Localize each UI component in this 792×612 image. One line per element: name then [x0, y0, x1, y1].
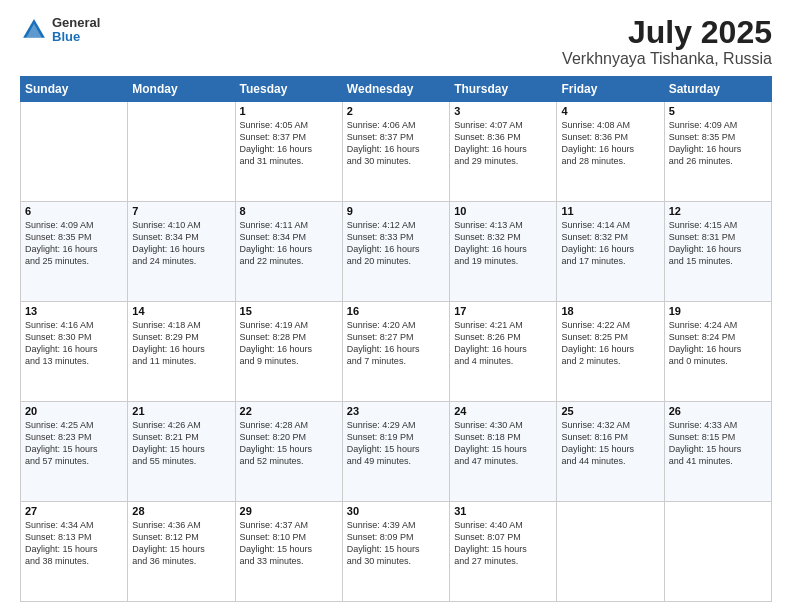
header: General Blue July 2025 Verkhnyaya Tishan…: [20, 16, 772, 68]
calendar-cell: 6Sunrise: 4:09 AM Sunset: 8:35 PM Daylig…: [21, 202, 128, 302]
day-number: 11: [561, 205, 659, 217]
calendar-cell: 14Sunrise: 4:18 AM Sunset: 8:29 PM Dayli…: [128, 302, 235, 402]
day-number: 5: [669, 105, 767, 117]
calendar-cell: 4Sunrise: 4:08 AM Sunset: 8:36 PM Daylig…: [557, 102, 664, 202]
day-info: Sunrise: 4:07 AM Sunset: 8:36 PM Dayligh…: [454, 119, 552, 168]
day-info: Sunrise: 4:18 AM Sunset: 8:29 PM Dayligh…: [132, 319, 230, 368]
day-info: Sunrise: 4:12 AM Sunset: 8:33 PM Dayligh…: [347, 219, 445, 268]
day-number: 1: [240, 105, 338, 117]
day-info: Sunrise: 4:28 AM Sunset: 8:20 PM Dayligh…: [240, 419, 338, 468]
calendar-week-4: 20Sunrise: 4:25 AM Sunset: 8:23 PM Dayli…: [21, 402, 772, 502]
day-info: Sunrise: 4:40 AM Sunset: 8:07 PM Dayligh…: [454, 519, 552, 568]
day-number: 22: [240, 405, 338, 417]
calendar-week-1: 1Sunrise: 4:05 AM Sunset: 8:37 PM Daylig…: [21, 102, 772, 202]
calendar-cell: [664, 502, 771, 602]
calendar-cell: 26Sunrise: 4:33 AM Sunset: 8:15 PM Dayli…: [664, 402, 771, 502]
day-info: Sunrise: 4:06 AM Sunset: 8:37 PM Dayligh…: [347, 119, 445, 168]
calendar-cell: 23Sunrise: 4:29 AM Sunset: 8:19 PM Dayli…: [342, 402, 449, 502]
day-info: Sunrise: 4:34 AM Sunset: 8:13 PM Dayligh…: [25, 519, 123, 568]
day-info: Sunrise: 4:37 AM Sunset: 8:10 PM Dayligh…: [240, 519, 338, 568]
col-header-sunday: Sunday: [21, 77, 128, 102]
calendar-cell: 7Sunrise: 4:10 AM Sunset: 8:34 PM Daylig…: [128, 202, 235, 302]
calendar-week-5: 27Sunrise: 4:34 AM Sunset: 8:13 PM Dayli…: [21, 502, 772, 602]
calendar-cell: 13Sunrise: 4:16 AM Sunset: 8:30 PM Dayli…: [21, 302, 128, 402]
calendar-cell: 19Sunrise: 4:24 AM Sunset: 8:24 PM Dayli…: [664, 302, 771, 402]
day-number: 18: [561, 305, 659, 317]
logo: General Blue: [20, 16, 100, 45]
day-info: Sunrise: 4:24 AM Sunset: 8:24 PM Dayligh…: [669, 319, 767, 368]
day-info: Sunrise: 4:20 AM Sunset: 8:27 PM Dayligh…: [347, 319, 445, 368]
day-number: 4: [561, 105, 659, 117]
day-number: 10: [454, 205, 552, 217]
day-info: Sunrise: 4:14 AM Sunset: 8:32 PM Dayligh…: [561, 219, 659, 268]
calendar-cell: 29Sunrise: 4:37 AM Sunset: 8:10 PM Dayli…: [235, 502, 342, 602]
calendar-cell: 12Sunrise: 4:15 AM Sunset: 8:31 PM Dayli…: [664, 202, 771, 302]
day-info: Sunrise: 4:09 AM Sunset: 8:35 PM Dayligh…: [25, 219, 123, 268]
day-number: 19: [669, 305, 767, 317]
day-number: 31: [454, 505, 552, 517]
day-info: Sunrise: 4:13 AM Sunset: 8:32 PM Dayligh…: [454, 219, 552, 268]
day-info: Sunrise: 4:19 AM Sunset: 8:28 PM Dayligh…: [240, 319, 338, 368]
day-number: 8: [240, 205, 338, 217]
day-number: 25: [561, 405, 659, 417]
day-number: 15: [240, 305, 338, 317]
day-number: 3: [454, 105, 552, 117]
day-info: Sunrise: 4:15 AM Sunset: 8:31 PM Dayligh…: [669, 219, 767, 268]
calendar-cell: 22Sunrise: 4:28 AM Sunset: 8:20 PM Dayli…: [235, 402, 342, 502]
calendar-cell: 30Sunrise: 4:39 AM Sunset: 8:09 PM Dayli…: [342, 502, 449, 602]
day-info: Sunrise: 4:32 AM Sunset: 8:16 PM Dayligh…: [561, 419, 659, 468]
calendar-cell: 20Sunrise: 4:25 AM Sunset: 8:23 PM Dayli…: [21, 402, 128, 502]
col-header-monday: Monday: [128, 77, 235, 102]
calendar-cell: 24Sunrise: 4:30 AM Sunset: 8:18 PM Dayli…: [450, 402, 557, 502]
day-number: 6: [25, 205, 123, 217]
day-number: 17: [454, 305, 552, 317]
day-number: 20: [25, 405, 123, 417]
day-info: Sunrise: 4:10 AM Sunset: 8:34 PM Dayligh…: [132, 219, 230, 268]
calendar-cell: 10Sunrise: 4:13 AM Sunset: 8:32 PM Dayli…: [450, 202, 557, 302]
day-info: Sunrise: 4:08 AM Sunset: 8:36 PM Dayligh…: [561, 119, 659, 168]
calendar-week-2: 6Sunrise: 4:09 AM Sunset: 8:35 PM Daylig…: [21, 202, 772, 302]
calendar-cell: [557, 502, 664, 602]
col-header-saturday: Saturday: [664, 77, 771, 102]
day-number: 7: [132, 205, 230, 217]
day-info: Sunrise: 4:11 AM Sunset: 8:34 PM Dayligh…: [240, 219, 338, 268]
calendar-cell: 28Sunrise: 4:36 AM Sunset: 8:12 PM Dayli…: [128, 502, 235, 602]
day-number: 28: [132, 505, 230, 517]
col-header-thursday: Thursday: [450, 77, 557, 102]
day-number: 14: [132, 305, 230, 317]
day-number: 13: [25, 305, 123, 317]
day-number: 2: [347, 105, 445, 117]
page: General Blue July 2025 Verkhnyaya Tishan…: [0, 0, 792, 612]
calendar-cell: 5Sunrise: 4:09 AM Sunset: 8:35 PM Daylig…: [664, 102, 771, 202]
day-number: 27: [25, 505, 123, 517]
day-number: 21: [132, 405, 230, 417]
title-block: July 2025 Verkhnyaya Tishanka, Russia: [562, 16, 772, 68]
calendar-cell: 11Sunrise: 4:14 AM Sunset: 8:32 PM Dayli…: [557, 202, 664, 302]
day-number: 29: [240, 505, 338, 517]
col-header-friday: Friday: [557, 77, 664, 102]
calendar-header-row: SundayMondayTuesdayWednesdayThursdayFrid…: [21, 77, 772, 102]
calendar-cell: 1Sunrise: 4:05 AM Sunset: 8:37 PM Daylig…: [235, 102, 342, 202]
day-number: 9: [347, 205, 445, 217]
logo-general-text: General: [52, 16, 100, 30]
calendar-cell: 31Sunrise: 4:40 AM Sunset: 8:07 PM Dayli…: [450, 502, 557, 602]
day-number: 12: [669, 205, 767, 217]
logo-icon: [20, 16, 48, 44]
calendar-cell: 25Sunrise: 4:32 AM Sunset: 8:16 PM Dayli…: [557, 402, 664, 502]
calendar-cell: 3Sunrise: 4:07 AM Sunset: 8:36 PM Daylig…: [450, 102, 557, 202]
col-header-wednesday: Wednesday: [342, 77, 449, 102]
calendar-cell: 8Sunrise: 4:11 AM Sunset: 8:34 PM Daylig…: [235, 202, 342, 302]
calendar-week-3: 13Sunrise: 4:16 AM Sunset: 8:30 PM Dayli…: [21, 302, 772, 402]
day-number: 30: [347, 505, 445, 517]
day-number: 16: [347, 305, 445, 317]
logo-text: General Blue: [52, 16, 100, 45]
col-header-tuesday: Tuesday: [235, 77, 342, 102]
calendar-cell: 17Sunrise: 4:21 AM Sunset: 8:26 PM Dayli…: [450, 302, 557, 402]
calendar-cell: 15Sunrise: 4:19 AM Sunset: 8:28 PM Dayli…: [235, 302, 342, 402]
day-info: Sunrise: 4:39 AM Sunset: 8:09 PM Dayligh…: [347, 519, 445, 568]
day-number: 24: [454, 405, 552, 417]
day-info: Sunrise: 4:05 AM Sunset: 8:37 PM Dayligh…: [240, 119, 338, 168]
day-info: Sunrise: 4:33 AM Sunset: 8:15 PM Dayligh…: [669, 419, 767, 468]
calendar-cell: [128, 102, 235, 202]
calendar-cell: 18Sunrise: 4:22 AM Sunset: 8:25 PM Dayli…: [557, 302, 664, 402]
